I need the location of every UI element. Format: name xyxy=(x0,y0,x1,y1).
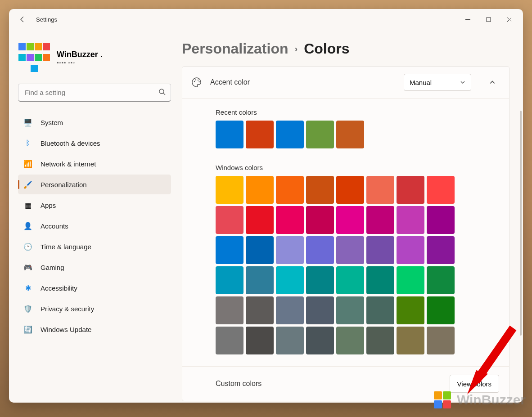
sidebar-item-network[interactable]: 📶 Network & internet xyxy=(18,154,171,174)
search-box[interactable] xyxy=(18,84,171,102)
sidebar-item-privacy[interactable]: 🛡️ Privacy & security xyxy=(18,299,171,318)
svg-point-9 xyxy=(198,81,199,82)
color-swatch[interactable] xyxy=(397,236,424,264)
accent-color-card: Accent color Manual Recent colors Window… xyxy=(182,66,509,401)
color-swatch[interactable] xyxy=(397,296,424,324)
color-swatch[interactable] xyxy=(306,266,334,294)
color-swatch[interactable] xyxy=(216,206,243,234)
color-swatch[interactable] xyxy=(306,296,334,324)
sidebar-item-accessibility[interactable]: ✱ Accessibility xyxy=(18,278,171,298)
color-swatch[interactable] xyxy=(366,296,394,324)
chevron-down-icon xyxy=(460,80,465,85)
color-swatch[interactable] xyxy=(306,121,334,148)
wifi-icon: 📶 xyxy=(23,159,32,168)
color-swatch[interactable] xyxy=(427,206,455,234)
color-swatch[interactable] xyxy=(276,296,304,324)
color-swatch[interactable] xyxy=(276,176,304,204)
sidebar-item-time[interactable]: 🕑 Time & language xyxy=(18,237,171,256)
breadcrumb: Personalization › Colors xyxy=(182,40,509,57)
color-swatch[interactable] xyxy=(216,296,243,324)
sidebar-item-system[interactable]: 🖥️ System xyxy=(18,112,171,132)
color-swatch[interactable] xyxy=(427,266,455,294)
accent-mode-dropdown[interactable]: Manual xyxy=(404,74,471,91)
accessibility-icon: ✱ xyxy=(23,283,32,292)
color-swatch[interactable] xyxy=(216,176,243,204)
color-swatch[interactable] xyxy=(276,206,304,234)
color-swatch[interactable] xyxy=(246,266,274,294)
sidebar-item-accounts[interactable]: 👤 Accounts xyxy=(18,216,171,236)
breadcrumb-current: Colors xyxy=(304,40,349,57)
color-swatch[interactable] xyxy=(366,236,394,264)
color-swatch[interactable] xyxy=(366,327,394,354)
color-swatch[interactable] xyxy=(246,327,274,354)
close-button[interactable] xyxy=(499,12,519,27)
search-icon xyxy=(158,88,166,97)
color-swatch[interactable] xyxy=(427,296,455,324)
color-swatch[interactable] xyxy=(216,236,243,264)
minimize-icon xyxy=(465,17,470,22)
color-swatch[interactable] xyxy=(336,327,364,354)
color-swatch[interactable] xyxy=(366,266,394,294)
paintbrush-icon: 🖌️ xyxy=(23,180,32,189)
color-swatch[interactable] xyxy=(306,176,334,204)
sidebar-item-apps[interactable]: ▦ Apps xyxy=(18,195,171,215)
color-swatch[interactable] xyxy=(246,176,274,204)
collapse-button[interactable] xyxy=(485,75,500,90)
color-swatch[interactable] xyxy=(276,121,304,148)
sidebar-item-personalization[interactable]: 🖌️ Personalization xyxy=(18,175,171,194)
color-swatch[interactable] xyxy=(336,296,364,324)
arrow-left-icon xyxy=(19,16,26,23)
color-swatch[interactable] xyxy=(427,236,455,264)
profile-block[interactable]: WinBuzzer . ▪▫▪▪ ▫▪▫ xyxy=(18,35,171,84)
minimize-button[interactable] xyxy=(457,12,478,27)
color-swatch[interactable] xyxy=(397,327,424,354)
color-swatch[interactable] xyxy=(336,206,364,234)
sidebar-nav: 🖥️ System ᛒ Bluetooth & devices 📶 Networ… xyxy=(18,112,171,339)
color-swatch[interactable] xyxy=(397,176,424,204)
view-colors-button[interactable]: View colors xyxy=(450,375,499,393)
color-swatch[interactable] xyxy=(306,327,334,354)
avatar xyxy=(18,41,50,74)
color-swatch[interactable] xyxy=(427,327,455,354)
sidebar: WinBuzzer . ▪▫▪▪ ▫▪▫ 🖥️ System ᛒ Bluetoo… xyxy=(9,30,180,403)
profile-subtitle: ▪▫▪▪ ▫▪▫ xyxy=(57,59,103,66)
color-swatch[interactable] xyxy=(276,266,304,294)
color-swatch[interactable] xyxy=(336,176,364,204)
maximize-button[interactable] xyxy=(478,12,499,27)
color-swatch[interactable] xyxy=(336,121,364,148)
color-swatch[interactable] xyxy=(397,206,424,234)
scrollbar[interactable] xyxy=(520,111,522,336)
gamepad-icon: 🎮 xyxy=(23,263,32,272)
color-swatch[interactable] xyxy=(276,236,304,264)
color-swatch[interactable] xyxy=(366,206,394,234)
search-input[interactable] xyxy=(18,84,171,102)
sidebar-item-gaming[interactable]: 🎮 Gaming xyxy=(18,257,171,277)
main-content: Personalization › Colors Accent color Ma… xyxy=(180,30,523,403)
color-swatch[interactable] xyxy=(246,121,274,148)
palette-icon xyxy=(191,77,202,88)
color-swatch[interactable] xyxy=(246,206,274,234)
display-icon: 🖥️ xyxy=(23,118,32,127)
color-swatch[interactable] xyxy=(336,266,364,294)
color-swatch[interactable] xyxy=(216,327,243,354)
sidebar-item-bluetooth[interactable]: ᛒ Bluetooth & devices xyxy=(18,133,171,153)
color-swatch[interactable] xyxy=(366,176,394,204)
back-button[interactable] xyxy=(14,11,31,27)
breadcrumb-parent[interactable]: Personalization xyxy=(182,40,289,57)
color-swatch[interactable] xyxy=(306,236,334,264)
color-swatch[interactable] xyxy=(306,206,334,234)
color-swatch[interactable] xyxy=(216,266,243,294)
color-swatch[interactable] xyxy=(216,121,243,148)
color-swatch[interactable] xyxy=(397,266,424,294)
color-swatch[interactable] xyxy=(276,327,304,354)
sidebar-item-update[interactable]: 🔄 Windows Update xyxy=(18,319,171,339)
color-swatch[interactable] xyxy=(336,236,364,264)
sidebar-item-label: Privacy & security xyxy=(41,305,94,313)
svg-point-8 xyxy=(198,80,198,81)
color-swatch[interactable] xyxy=(246,236,274,264)
color-swatch[interactable] xyxy=(246,296,274,324)
profile-name: WinBuzzer . xyxy=(57,50,103,59)
color-swatch[interactable] xyxy=(427,176,455,204)
svg-line-5 xyxy=(163,93,165,95)
sidebar-item-label: Accessibility xyxy=(41,284,77,292)
